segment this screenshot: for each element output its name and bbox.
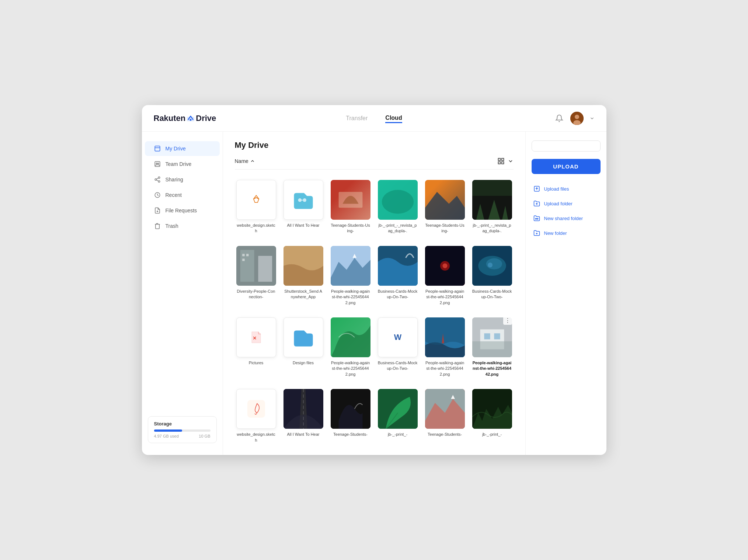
file-name: Business-Cards-Mockup-On-Two-	[378, 289, 418, 300]
file-item[interactable]: People-walking-against-the-whi-225456442…	[329, 243, 372, 309]
sidebar-item-file-requests[interactable]: File Requests	[145, 203, 220, 218]
file-name: People-walking-against-the-whi-225456442…	[331, 289, 370, 306]
sidebar-nav: My Drive Team Drive	[142, 140, 223, 410]
file-item[interactable]: Shutterstock_Send Anywhere_App	[282, 243, 325, 309]
sidebar-item-team-drive[interactable]: Team Drive	[145, 157, 220, 171]
logo-drive: Drive	[196, 114, 216, 123]
file-item[interactable]: All I Want To Hear	[282, 177, 325, 237]
sidebar-label-team-drive: Team Drive	[166, 161, 192, 167]
recent-icon	[154, 191, 161, 199]
file-item[interactable]: Teenage-Students-Using-	[424, 177, 466, 237]
sort-button[interactable]: Name	[235, 158, 255, 164]
upload-folder-icon	[533, 200, 540, 207]
file-thumbnail	[425, 317, 465, 357]
file-name: Business-Cards-Mockup-On-Two-	[378, 360, 418, 372]
file-item[interactable]: Business-Cards-Mockup-On-Two-	[376, 243, 419, 309]
file-thumbnail	[236, 389, 276, 429]
sidebar-item-my-drive[interactable]: My Drive	[145, 141, 220, 156]
storage-bar-bg	[154, 429, 211, 432]
upload-files-label: Upload files	[544, 186, 569, 192]
file-item[interactable]: Teenage-Students-	[329, 386, 372, 446]
file-name: Shutterstock_Send Anywhere_App	[283, 289, 323, 300]
svg-rect-17	[498, 162, 500, 164]
file-item[interactable]: People-walking-against-the-whi-225456442…	[329, 314, 372, 380]
search-input[interactable]	[536, 143, 598, 149]
svg-rect-35	[242, 258, 244, 261]
file-thumbnail	[236, 180, 276, 220]
sidebar-item-trash[interactable]: Trash	[145, 219, 220, 233]
file-item[interactable]: jb-_-print_-_revista_pag_dupla-.	[376, 177, 419, 237]
upload-files-button[interactable]: Upload files	[532, 181, 601, 196]
file-item[interactable]: Diversity-People-Connection-	[235, 243, 278, 309]
svg-point-8	[157, 163, 159, 164]
app-window: Rakuten Drive Transfer Cloud	[142, 105, 606, 455]
file-name: People-walking-against-the-whi-225456442…	[425, 360, 465, 377]
file-name: All I Want To Hear	[287, 432, 319, 437]
file-item[interactable]: ⋮ People-walking-against-the-whi-2254564…	[471, 314, 514, 380]
upload-files-icon	[533, 185, 540, 192]
file-item[interactable]: People-walking-against-the-whi-225456442…	[424, 314, 466, 380]
svg-point-10	[155, 179, 157, 181]
file-name: Teenage-Students-	[428, 432, 462, 437]
svg-point-41	[442, 263, 447, 268]
file-name: Business-Cards-Mockup-On-Two-	[472, 289, 512, 300]
file-item[interactable]: People-walking-against-the-whi-225456442…	[424, 243, 466, 309]
upload-folder-label: Upload folder	[544, 201, 573, 206]
notification-bell-icon[interactable]	[554, 113, 564, 124]
user-avatar[interactable]	[570, 112, 584, 125]
new-folder-button[interactable]: New folder	[532, 226, 601, 240]
file-name: People-walking-against-the-whi-225456442…	[331, 360, 370, 377]
svg-rect-5	[155, 146, 160, 151]
tab-transfer[interactable]: Transfer	[346, 114, 368, 123]
upload-folder-button[interactable]: Upload folder	[532, 196, 601, 211]
file-thumbnail	[425, 180, 465, 220]
new-shared-folder-icon	[533, 215, 540, 222]
svg-point-3	[575, 115, 579, 119]
file-item[interactable]: Pictures	[235, 314, 278, 380]
file-item[interactable]: jb-_-print_-	[376, 386, 419, 446]
file-thumbnail	[425, 246, 465, 286]
svg-rect-15	[498, 159, 500, 161]
file-item[interactable]: W Business-Cards-Mockup-On-Two-	[376, 314, 419, 380]
new-shared-folder-button[interactable]: New shared folder	[532, 211, 601, 226]
sidebar: My Drive Team Drive	[142, 132, 223, 455]
svg-point-20	[298, 198, 302, 202]
sidebar-item-sharing[interactable]: Sharing	[145, 172, 220, 187]
svg-rect-34	[246, 254, 248, 256]
main-content: My Drive Name	[223, 132, 525, 455]
file-more-options-icon[interactable]: ⋮	[503, 316, 512, 325]
file-item[interactable]: All I Want To Hear	[282, 386, 325, 446]
file-thumbnail	[236, 317, 276, 357]
file-requests-icon	[154, 207, 161, 214]
file-thumbnail	[472, 180, 512, 220]
view-toggle-button[interactable]	[497, 157, 514, 165]
svg-rect-33	[242, 254, 244, 256]
sidebar-item-recent[interactable]: Recent	[145, 188, 220, 202]
file-item[interactable]: jb-_-print_-_revista_pag_dupla-.	[471, 177, 514, 237]
file-item[interactable]: website_design.sketch	[235, 177, 278, 237]
svg-rect-54	[494, 333, 500, 339]
file-item[interactable]: Design files	[282, 314, 325, 380]
file-item[interactable]: Business-Cards-Mockup-On-Two-	[471, 243, 514, 309]
storage-used: 4.97 GB used	[154, 434, 179, 438]
file-item[interactable]: Teenage-Students-Using-	[329, 177, 372, 237]
file-name: jb-_-print_-_revista_pag_dupla-.	[378, 223, 418, 234]
file-item[interactable]: Teenage-Students-	[424, 386, 466, 446]
upload-button[interactable]: UPLOAD	[532, 159, 601, 174]
file-item[interactable]: website_design.sketch	[235, 386, 278, 446]
user-chevron-icon[interactable]	[589, 116, 595, 121]
search-box[interactable]	[532, 140, 601, 152]
svg-point-68	[537, 218, 538, 219]
file-item[interactable]: jb-_-print_-	[471, 386, 514, 446]
svg-point-7	[156, 163, 157, 164]
svg-rect-19	[247, 191, 265, 209]
header-right	[521, 112, 595, 125]
tab-cloud[interactable]: Cloud	[385, 113, 402, 123]
svg-text:W: W	[394, 333, 401, 342]
svg-rect-18	[501, 162, 504, 164]
sidebar-label-sharing: Sharing	[166, 177, 183, 182]
svg-rect-32	[258, 256, 272, 282]
file-name: Design files	[293, 360, 314, 366]
file-grid: website_design.sketch All I Want To Hear	[235, 177, 514, 446]
svg-rect-56	[247, 400, 265, 418]
